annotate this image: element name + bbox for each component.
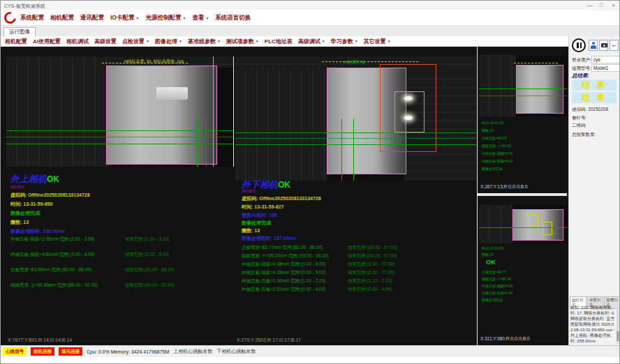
exit-arrow-icon: ←	[610, 41, 618, 48]
left-ng-text: NG:8(T)	[10, 185, 24, 189]
menu-io-config[interactable]: IO卡配置▼	[110, 14, 139, 22]
small-bottom-line: 隔膜宽度-下=95.24	[482, 277, 511, 281]
user-button[interactable]	[589, 40, 598, 51]
virtual-code-value: 20250208	[588, 107, 608, 112]
user-icon	[591, 45, 596, 49]
right-cursor-coords: X:270;Y:2502;R:17;G:17;B:17	[237, 338, 301, 342]
heartbeat-status-badge: 心跳信号	[3, 347, 27, 356]
tab-run-image[interactable]: 运行图像	[3, 27, 36, 36]
tool-advanced-debug[interactable]: 高级调试▼	[298, 38, 325, 45]
tool-test-params[interactable]: 测试项参数▼	[226, 38, 259, 45]
alarm-range: 报警范围:(2.00 - 77.00)	[348, 261, 394, 268]
tool-camera-debug[interactable]: 相机调试	[66, 38, 89, 45]
menu-bar: 系统配置 相机配置 通讯配置 IO卡配置▼ 光源控制配置▼ 查看▼ 系统语言切换	[1, 10, 620, 26]
nozzle-shape	[156, 87, 189, 99]
small-bottom-camera-image[interactable]	[479, 205, 567, 243]
alarm-range: 报警范围:(3.00 - 5.00)	[125, 252, 169, 258]
small-top-line: 图像处理完成	[482, 167, 503, 171]
alarm-range: 报警范围:(0.60 - 4.00)	[348, 287, 392, 293]
side-panel: ← 登录用户: cys 使用型号: Model1 总结果: 结 果 结 果 虚拟…	[568, 36, 620, 345]
left-barcode: 虚拟码: Offline20250208133134728	[10, 192, 90, 199]
model-label: 使用型号:	[572, 66, 591, 72]
small-top-line: 圈数:13	[482, 128, 494, 132]
tool-image-process[interactable]: 图像处理▼	[155, 38, 182, 45]
camera-button[interactable]	[599, 40, 608, 51]
tool-baseline-params[interactable]: 基准线参数▼	[188, 38, 221, 45]
pause-button[interactable]	[572, 38, 586, 52]
login-user-field[interactable]: cys	[591, 56, 620, 63]
alarm-range: 报警范围:(2.20 - 3.20)	[125, 236, 169, 243]
measurement-row: 外侧正极-负极=2.61mm 范围:(0.60 - 4.00)	[242, 287, 325, 293]
tool-spot-check[interactable]: 点检设置▼	[122, 38, 149, 45]
measurement-row: 负极宽度=83.05mm 范围:(80.00 - 86.00)	[10, 267, 91, 273]
chevron-down-icon: ▼	[322, 39, 325, 43]
chevron-down-icon: ▼	[135, 16, 139, 20]
left-process-done: 图像处理完成	[10, 210, 40, 217]
upper-camera-heartbeat-counter: 上相机心跳触发数	[173, 348, 212, 355]
small-top-line: 外侧负极-隔膜=2.95	[482, 151, 512, 156]
left-time: 时间: 13-31-59-650	[10, 201, 52, 208]
left-cursor-coords: X:7677;Y:891;R:14;G:14;B:14	[8, 338, 72, 342]
maximize-button[interactable]: □	[596, 1, 607, 9]
alarm-range: 报警范围:(1.10 - 2.10)	[348, 278, 392, 285]
pause-icon	[580, 43, 582, 48]
right-ai-time: 整图AI耗时: 166	[242, 212, 277, 219]
user-icon	[592, 42, 595, 45]
alarm-count-label: 总报警数量:	[572, 132, 596, 138]
log-scrollbar-thumb[interactable]	[617, 331, 619, 341]
tool-ai-config[interactable]: AI使用配置	[33, 38, 61, 45]
log-text: 耗时: 222, 网络检测耗时: 17, 网络分类耗时: 0, 网络获取分类耗时…	[570, 305, 615, 344]
log-scrollbar[interactable]	[617, 305, 619, 344]
minimize-button[interactable]: —	[584, 1, 595, 9]
exit-button[interactable]: ←	[610, 40, 619, 51]
tab-strip: 运行图像	[1, 26, 620, 37]
small-top-camera-image[interactable]	[479, 55, 567, 116]
right-camera-image[interactable]: AI检测区域	[235, 56, 476, 181]
left-camera-image[interactable]: N特征高度: 93. 特征高度值: 100	[6, 56, 233, 167]
tool-learning-params[interactable]: 学习参数▼	[331, 38, 358, 45]
tool-camera-config[interactable]: 相机配置	[5, 38, 27, 45]
right-process-done: 图像处理完成	[242, 220, 271, 227]
measurement-row: 外侧负极-隔膜=2.95mm 范围:(2.00 - 3.50)	[10, 236, 94, 243]
measurement-row: 正极宽度=83.77mm 范围:(82.00 - 88.00)	[242, 245, 323, 251]
alarm-range: 报警范围:(2.00 - 77.00)	[348, 270, 394, 276]
close-button[interactable]: ×	[608, 1, 619, 9]
chevron-down-icon: ▼	[146, 39, 149, 43]
small-top-line: 负极宽度=83.05	[482, 136, 506, 140]
measurement-row: 内侧正极-隔膜=4.28mm 范围:(0.00 - 9.00)	[242, 270, 325, 276]
menu-language-switch[interactable]: 系统语言切换	[215, 14, 251, 22]
small-bottom-coords: X:311;Y:980;R:0;G:0;B:0	[480, 336, 530, 341]
measurement-row: 内侧负极-隔膜=4.60mm 范围:(3.00 - 6.00)	[10, 252, 94, 258]
measurement-row: 隔膜宽度-上=90.56mm 范围:(88.00 - 92.00)	[10, 282, 98, 289]
tool-plc-address[interactable]: PLC地址表	[265, 38, 293, 45]
app-window: CYS-视觉检测系统 — □ × 系统配置 相机配置 通讯配置 IO卡配置▼ 光…	[0, 0, 620, 364]
right-barcode: 虚拟码: Offline20250208133134728	[242, 195, 321, 202]
right-time: 时间: 13-31-59-627	[242, 204, 283, 211]
menu-comm-config[interactable]: 通讯配置	[80, 14, 104, 22]
menu-system-config[interactable]: 系统配置	[20, 14, 44, 22]
login-user-label: 登录用户:	[572, 57, 591, 63]
measurement-row: 隔膜宽度-下=95.24mm 范围:(93.00 - 98.00)	[242, 253, 329, 259]
lower-camera-heartbeat-counter: 下相机心跳触发数	[216, 348, 256, 355]
result-badge-upper: 结 果	[572, 79, 617, 91]
menu-camera-config[interactable]: 相机配置	[50, 14, 74, 22]
qr-code-label: 二维码:	[572, 123, 586, 129]
alarm-range: 报警范围:(81.00 - 85.00)	[125, 267, 174, 273]
small-bottom-line: 正极宽度=83.77	[482, 270, 506, 274]
virtual-code-label: 虚拟码: 20250208	[572, 107, 608, 113]
model-field[interactable]: Model1	[591, 64, 620, 72]
alarm-range: 报警范围:(89.00 - 91.00)	[125, 282, 174, 289]
small-bottom-ok-status: OK	[486, 259, 496, 266]
tool-other-settings[interactable]: 其它设置▼	[364, 38, 391, 45]
menu-light-config[interactable]: 光源控制配置▼	[145, 14, 186, 22]
chevron-down-icon: ▼	[388, 39, 391, 43]
pause-icon	[577, 43, 579, 48]
small-bottom-line: 图像处理完成	[482, 298, 503, 302]
measurement-row: 内侧正极-负极=1.90mm 范围:(1.00 - 2.20)	[242, 278, 325, 285]
small-top-line: 内侧负极-隔膜=4.60	[482, 159, 512, 163]
alarm-range: 报警范围:(83.00 - 87.00)	[348, 245, 397, 251]
menu-view[interactable]: 查看▼	[192, 14, 209, 22]
small-top-line: 时间:13-31-59	[482, 121, 503, 125]
chevron-down-icon: ▼	[256, 39, 259, 43]
tool-advanced-settings[interactable]: 高级设置	[94, 38, 117, 45]
